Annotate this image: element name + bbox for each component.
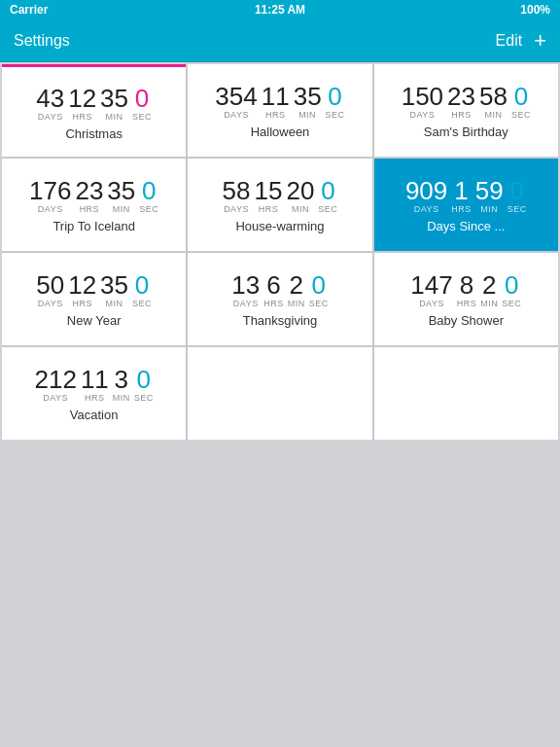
days-value: 58 bbox=[223, 178, 251, 203]
days-label: DAYS bbox=[38, 112, 63, 122]
hrs-unit: 8 HRS bbox=[457, 272, 477, 308]
card-sams-birthday[interactable]: 150 DAYS 23 HRS 58 MIN 0 SEC Sam's Birth… bbox=[374, 64, 558, 157]
hrs-value: 23 bbox=[75, 178, 103, 203]
min-value: 58 bbox=[479, 84, 508, 109]
card-title: Days Since ... bbox=[427, 219, 505, 233]
numbers-row: 43 DAYS 12 HRS 35 MIN 0 SEC bbox=[36, 86, 152, 122]
card-title: House-warming bbox=[235, 219, 324, 233]
hrs-unit: 6 HRS bbox=[263, 272, 284, 308]
card-house-warming[interactable]: 58 DAYS 15 HRS 20 MIN 0 SEC House-warmin… bbox=[188, 159, 371, 251]
carrier-label: Carrier bbox=[10, 3, 48, 17]
sec-value: 0 bbox=[135, 272, 149, 298]
days-label: DAYS bbox=[38, 204, 63, 214]
numbers-row: 13 DAYS 6 HRS 2 MIN 0 SEC bbox=[231, 272, 328, 308]
sec-value: 0 bbox=[505, 272, 518, 298]
card-title: Trip To Iceland bbox=[52, 219, 135, 233]
add-button[interactable]: + bbox=[534, 28, 546, 53]
hrs-value: 1 bbox=[454, 178, 468, 203]
card-title: New Year bbox=[67, 313, 122, 328]
min-label: MIN bbox=[484, 110, 502, 120]
sec-value: 0 bbox=[311, 272, 325, 298]
card-trip-to-iceland[interactable]: 176 DAYS 23 HRS 35 MIN 0 SEC Trip To Ice… bbox=[2, 159, 186, 251]
hrs-value: 12 bbox=[68, 272, 96, 298]
min-unit: 35 MIN bbox=[100, 272, 128, 308]
days-label: DAYS bbox=[409, 110, 435, 120]
numbers-row: 58 DAYS 15 HRS 20 MIN 0 SEC bbox=[223, 178, 338, 214]
hrs-label: HRS bbox=[451, 110, 472, 120]
hrs-label: HRS bbox=[72, 299, 92, 308]
days-label: DAYS bbox=[224, 204, 249, 214]
sec-label: SEC bbox=[502, 299, 521, 308]
sec-value: 0 bbox=[142, 178, 156, 203]
days-label: DAYS bbox=[43, 393, 68, 403]
hrs-value: 8 bbox=[460, 272, 473, 298]
hrs-label: HRS bbox=[265, 110, 286, 120]
sec-label: SEC bbox=[318, 204, 337, 214]
days-value: 43 bbox=[36, 86, 64, 111]
days-value: 212 bbox=[35, 367, 77, 392]
hrs-value: 12 bbox=[68, 86, 96, 111]
card-new-year[interactable]: 50 DAYS 12 HRS 35 MIN 0 SEC New Year bbox=[2, 253, 186, 345]
days-value: 13 bbox=[231, 272, 260, 298]
min-label: MIN bbox=[480, 204, 498, 214]
sec-label: SEC bbox=[309, 299, 329, 308]
days-value: 909 bbox=[405, 178, 447, 203]
min-value: 35 bbox=[294, 84, 322, 109]
hrs-label: HRS bbox=[85, 393, 105, 403]
sec-unit: 0 SEC bbox=[508, 178, 527, 214]
numbers-row: 909 DAYS 1 HRS 59 MIN 0 SEC bbox=[405, 178, 527, 214]
min-label: MIN bbox=[106, 112, 123, 122]
sec-label: SEC bbox=[132, 299, 152, 308]
days-value: 50 bbox=[36, 272, 64, 298]
hrs-label: HRS bbox=[451, 204, 472, 214]
card-thanksgiving[interactable]: 13 DAYS 6 HRS 2 MIN 0 SEC Thanksgiving bbox=[188, 253, 371, 345]
edit-button[interactable]: Edit bbox=[496, 32, 523, 50]
days-value: 147 bbox=[410, 272, 452, 298]
days-label: DAYS bbox=[38, 299, 63, 308]
sec-label: SEC bbox=[326, 110, 345, 120]
numbers-row: 150 DAYS 23 HRS 58 MIN 0 SEC bbox=[402, 84, 531, 120]
hrs-value: 11 bbox=[262, 84, 290, 109]
hrs-label: HRS bbox=[457, 299, 477, 308]
min-value: 59 bbox=[475, 178, 504, 203]
min-label: MIN bbox=[298, 110, 316, 120]
numbers-row: 50 DAYS 12 HRS 35 MIN 0 SEC bbox=[36, 272, 152, 308]
hrs-unit: 23 HRS bbox=[447, 84, 475, 120]
days-label: DAYS bbox=[414, 204, 439, 214]
hrs-value: 23 bbox=[447, 84, 475, 109]
min-unit: 2 MIN bbox=[288, 272, 305, 308]
card-christmas[interactable]: 43 DAYS 12 HRS 35 MIN 0 SEC Christmas bbox=[2, 64, 186, 157]
days-unit: 909 DAYS bbox=[405, 178, 447, 214]
card-days-since[interactable]: 909 DAYS 1 HRS 59 MIN 0 SEC Days Since .… bbox=[374, 159, 558, 251]
days-label: DAYS bbox=[419, 299, 444, 308]
days-label: DAYS bbox=[224, 110, 249, 120]
min-label: MIN bbox=[288, 299, 305, 308]
card-halloween[interactable]: 354 DAYS 11 HRS 35 MIN 0 SEC Halloween bbox=[188, 64, 371, 157]
card-empty bbox=[374, 347, 558, 440]
days-value: 176 bbox=[29, 178, 71, 203]
sec-unit: 0 SEC bbox=[132, 272, 152, 308]
days-value: 354 bbox=[215, 84, 257, 109]
min-unit: 59 MIN bbox=[475, 178, 504, 214]
days-unit: 58 DAYS bbox=[223, 178, 251, 214]
settings-button[interactable]: Settings bbox=[14, 32, 70, 50]
min-value: 35 bbox=[100, 272, 128, 298]
numbers-row: 176 DAYS 23 HRS 35 MIN 0 SEC bbox=[29, 178, 158, 214]
min-unit: 35 MIN bbox=[107, 178, 135, 214]
min-label: MIN bbox=[113, 393, 130, 403]
card-baby-shower[interactable]: 147 DAYS 8 HRS 2 MIN 0 SEC Baby Shower bbox=[374, 253, 558, 345]
min-unit: 58 MIN bbox=[479, 84, 508, 120]
sec-unit: 0 SEC bbox=[511, 84, 531, 120]
min-label: MIN bbox=[113, 204, 130, 214]
hrs-label: HRS bbox=[72, 112, 92, 122]
min-unit: 35 MIN bbox=[294, 84, 322, 120]
hrs-label: HRS bbox=[263, 299, 284, 308]
days-unit: 150 DAYS bbox=[402, 84, 443, 120]
card-vacation[interactable]: 212 DAYS 11 HRS 3 MIN 0 SEC Vacation bbox=[2, 347, 186, 440]
sec-label: SEC bbox=[132, 112, 152, 122]
sec-value: 0 bbox=[514, 84, 528, 109]
nav-bar: Settings Edit + bbox=[0, 19, 560, 62]
sec-unit: 0 SEC bbox=[326, 84, 345, 120]
hrs-value: 15 bbox=[255, 178, 283, 203]
min-value: 2 bbox=[289, 272, 302, 298]
